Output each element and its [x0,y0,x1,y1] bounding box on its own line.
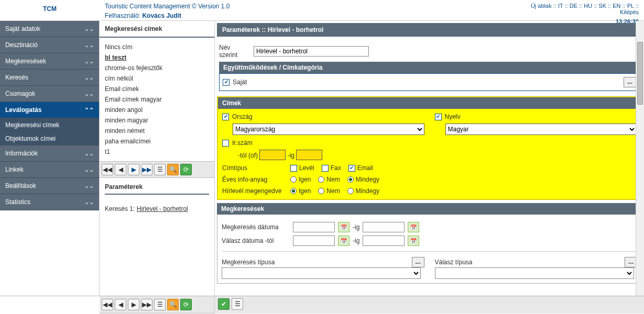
chevron-down-icon: ⌄⌄ [84,183,94,189]
middle-column: Megkeresési címek Nincs cím bl teszt chr… [100,21,215,296]
hirlevel-mindegy-radio[interactable] [347,188,354,194]
bottom-next-button[interactable]: ▶ [128,299,139,310]
name-input[interactable] [254,46,369,57]
sidebar-item-sajat-adatok[interactable]: Saját adatok⌄⌄ [0,21,99,37]
valasz-date-label: Válasz dátuma -tól [222,237,290,244]
bottom-search-button[interactable]: 🔍 [167,299,179,310]
vertical-scrollbar[interactable] [636,21,644,296]
search-link[interactable]: Hirlevel - borhetrol [137,205,188,212]
header-links: Új ablak :: IT :: DE :: HU :: SK :: EN :… [518,3,639,15]
sidebar-item-linkek[interactable]: Linkek⌄⌄ [0,162,99,178]
params-head: Paraméterek [105,183,209,195]
calendar-icon[interactable]: 📅 [408,236,419,246]
mk-tipus-more-button[interactable]: ... [412,257,424,267]
bottom-doc-button[interactable]: ☰ [154,299,166,310]
list-item[interactable]: t1 [105,147,209,157]
calendar-icon[interactable]: 📅 [338,222,350,232]
link-lang-pl[interactable]: PL [627,3,634,9]
eves-nem-radio[interactable] [318,176,324,183]
last-page-button[interactable]: ▶▶ [141,164,152,175]
sidebar: Saját adatok⌄⌄ Desztináció⌄⌄ Megkeresése… [0,21,100,296]
user-name: Kovács Judit [142,12,181,19]
copy-button[interactable]: ☰ [232,298,243,310]
submit-button[interactable]: ✔ [218,298,230,310]
calendar-icon[interactable]: 📅 [338,236,350,246]
list-item[interactable]: Email címek magyar [105,94,209,105]
midcol-head: Megkeresési címek [100,21,214,38]
valasz-date-to-input[interactable] [363,236,405,246]
sajat-checkbox[interactable] [223,79,230,86]
list-item[interactable]: minden magyar [105,115,209,126]
sidebar-item-kereses[interactable]: Keresés⌄⌄ [0,70,99,86]
list-item[interactable]: Email címek [105,84,209,94]
sidebar-item-csomagok[interactable]: Csomagok⌄⌄ [0,86,99,102]
megkeresesek-block: Megkeresések Megkeresés dátuma 📅 -ig 📅 V… [217,203,642,284]
list-item[interactable]: paha emailcímei [105,136,209,147]
nyelv-checkbox[interactable] [435,114,442,120]
chevron-down-icon: ⌄⌄ [84,166,94,173]
next-page-button[interactable]: ▶ [128,164,139,175]
search-button[interactable]: 🔍 [167,164,179,175]
sidebar-item-levalogatas[interactable]: Leválogatás⌃⌃ [0,102,99,118]
link-new-window[interactable]: Új ablak [531,3,552,9]
mk-date-to-input[interactable] [363,222,405,232]
sidebar-item-beallitasok[interactable]: Beállítások⌄⌄ [0,178,99,194]
list-item[interactable]: cím nélkül [105,73,209,84]
bottom-refresh-button[interactable]: ⟳ [180,299,192,310]
user-label: Felhasználó: [105,12,140,19]
document-button[interactable]: ☰ [154,164,166,175]
first-page-button[interactable]: ◀◀ [102,164,113,175]
link-lang-hu[interactable]: HU [584,3,592,9]
eves-mindegy-radio[interactable] [347,176,354,183]
mk-tipus-select[interactable] [222,267,421,279]
eves-igen-radio[interactable] [290,176,297,183]
bottom-last-button[interactable]: ▶▶ [141,299,152,310]
irszam-checkbox[interactable] [222,140,229,147]
sidebar-sub-megkeresesi-cimek[interactable]: Megkeresési címek [0,118,99,132]
link-lang-en[interactable]: EN [613,3,620,9]
sajat-label: Saját [233,78,247,86]
list-item[interactable]: Nincs cím [105,42,209,52]
sidebar-item-megkeresesek[interactable]: Megkeresések⌄⌄ [0,53,99,70]
irszam-label: Ir.szám [232,139,253,147]
cimtipus-label: Címtípus [222,164,290,172]
tol-label: -tól (of) [238,152,258,159]
hirlevel-nem-radio[interactable] [318,188,324,194]
prev-page-button[interactable]: ◀ [115,164,126,175]
refresh-button[interactable]: ⟳ [180,164,192,175]
list-item[interactable]: chrome-os fejlesztők [105,63,209,73]
sidebar-sub-objektumok-cimei[interactable]: Objektumok címei [0,132,99,145]
bottom-first-button[interactable]: ◀◀ [102,299,113,310]
coop-head: Együttműködések / Címkategória [219,62,640,73]
eves-label: Éves info-anyag [222,176,290,183]
fax-checkbox[interactable] [322,165,329,172]
valasz-tipus-select[interactable] [435,267,634,279]
bottom-prev-button[interactable]: ◀ [115,299,126,310]
ig-input[interactable] [296,150,322,160]
list-item[interactable]: minden német [105,126,209,136]
orszag-select[interactable]: Magyarország [233,124,424,135]
sidebar-item-informaciok[interactable]: Információk⌄⌄ [0,145,99,162]
level-checkbox[interactable] [290,165,297,172]
chevron-down-icon: ⌄⌄ [84,26,94,32]
link-lang-de[interactable]: DE [570,3,577,9]
nyelv-select[interactable]: Magyar [445,124,637,135]
calendar-icon[interactable]: 📅 [408,222,419,232]
link-logout[interactable]: Kilépés [620,9,639,15]
list-item[interactable]: minden angol [105,105,209,115]
orszag-label: Ország [232,113,253,120]
mk-date-from-input[interactable] [293,222,335,232]
coop-more-button[interactable]: ... [624,77,636,87]
hirlevel-igen-radio[interactable] [290,188,297,194]
tol-input[interactable] [259,150,286,160]
link-lang-sk[interactable]: SK [598,3,606,9]
orszag-checkbox[interactable] [222,114,229,120]
chevron-down-icon: ⌄⌄ [84,58,94,65]
sidebar-item-statistics[interactable]: Statistics⌄⌄ [0,194,99,210]
link-lang-it[interactable]: IT [558,3,563,9]
valasz-date-from-input[interactable] [293,236,335,246]
mk-date-label: Megkeresés dátuma [222,223,290,231]
email-checkbox[interactable] [348,165,355,172]
sidebar-item-desztinacio[interactable]: Desztináció⌄⌄ [0,37,99,53]
list-item[interactable]: bl teszt [105,52,209,63]
